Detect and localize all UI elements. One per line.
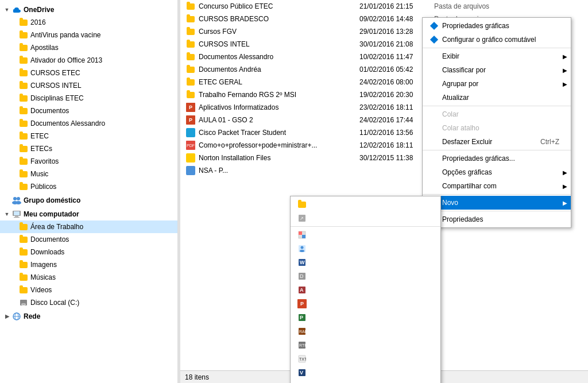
sidebar-item-videos[interactable]: Vídeos	[0, 284, 177, 296]
sidebar-item-ativador[interactable]: Ativador do Office 2013	[0, 54, 177, 67]
blank-icon-compartilhar	[430, 181, 439, 191]
menu-item-colar-atalho[interactable]: Colar atalho	[423, 121, 571, 135]
sidebar-item-publicos[interactable]: Públicos	[0, 180, 177, 193]
folder-icon-documentos	[18, 106, 29, 116]
sidebar-item-antivirus[interactable]: AntiVirus panda vacine	[0, 29, 177, 41]
folder-icon-ativador	[18, 55, 29, 65]
sidebar-section-meu-computador[interactable]: ▼ Meu computador	[0, 207, 177, 220]
file-name-3: CURSOS INTEL	[199, 40, 359, 48]
submenu-item-access[interactable]: A Microsoft Access Database	[291, 283, 440, 297]
submenu-item-pasta[interactable]: Pasta	[291, 198, 440, 211]
menu-label-agrupar: Agrupar por	[442, 80, 559, 88]
sidebar-item-doc-alessandro[interactable]: Documentos Alessandro	[0, 117, 177, 130]
submenu-item-atalho[interactable]: ↗ Atalho	[291, 211, 440, 225]
svg-point-20	[301, 246, 304, 249]
sidebar-item-documentos[interactable]: Documentos	[0, 105, 177, 117]
expand-arrow-onedrive: ▼	[2, 5, 11, 14]
submenu-item-diario[interactable]: D Documento de Diário	[291, 269, 440, 283]
submenu-label-publisher: Microsoft Publisher Document	[310, 314, 429, 322]
sidebar-section-grupo[interactable]: Grupo doméstico	[0, 193, 177, 207]
submenu-item-publisher[interactable]: P Microsoft Publisher Document	[291, 311, 440, 324]
sidebar-item-documentos-pc[interactable]: Documentos	[0, 233, 177, 246]
submenu-label-diario: Documento de Diário	[310, 272, 429, 280]
folder-icon-doc-ale	[185, 51, 196, 63]
diamond-icon-1	[430, 21, 439, 30]
sidebar-item-disco-local[interactable]: Disco Local (C:)	[0, 296, 177, 309]
menu-label-compartilhar: Compartilhar com	[442, 182, 559, 190]
menu-item-propriedades-graficas[interactable]: Propriedades gráficas	[423, 19, 571, 33]
sidebar-item-area-trabalho[interactable]: Área de Trabalho	[0, 220, 177, 233]
submenu-item-winrar[interactable]: RAR Arquivo do WinRAR	[291, 324, 440, 338]
sidebar-section-onedrive[interactable]: ▼ OneDrive	[0, 2, 177, 16]
sidebar-label-etec: ETEC	[30, 132, 49, 140]
folder-icon-favoritos	[18, 156, 29, 167]
sidebar-item-imagens[interactable]: Imagens	[0, 258, 177, 271]
submenu-item-rtf[interactable]: RTF Formato Rich Text	[291, 338, 440, 352]
svg-rect-5	[14, 211, 20, 215]
submenu-item-word[interactable]: W Documento do Microsoft Word	[291, 256, 440, 269]
submenu-item-excel[interactable]: X Planilha do Microsoft Excel	[291, 380, 440, 383]
folder-icon-trabalho	[185, 89, 196, 100]
menu-item-classificar[interactable]: Classificar por ▶	[423, 63, 571, 77]
file-name-2: Cursos FGV	[199, 28, 359, 36]
menu-item-propriedades[interactable]: Propriedades	[423, 212, 571, 226]
sidebar-item-2016[interactable]: 2016	[0, 16, 177, 29]
sidebar-item-cursos-intel[interactable]: CURSOS INTEL	[0, 79, 177, 92]
sidebar-section-rede[interactable]: ▶ Rede	[0, 309, 177, 323]
menu-label-propriedades-graficas-2: Propriedades gráficas...	[442, 154, 559, 163]
folder-icon-etec-geral	[185, 76, 196, 88]
menu-sep-4	[423, 194, 571, 195]
folder-icon-downloads	[18, 247, 29, 257]
file-name-4: Documentos Alessandro	[199, 53, 359, 61]
menu-item-novo[interactable]: Novo ▶ Pasta ↗ Ata	[423, 196, 571, 210]
sidebar-item-disciplinas[interactable]: Disciplinas ETEC	[0, 92, 177, 105]
cisco-icon-file	[185, 127, 196, 138]
submenu-item-visio[interactable]: V Microsoft Visio Drawing	[291, 366, 440, 380]
menu-item-opcoes-graficas[interactable]: Opções gráficas ▶	[423, 165, 571, 179]
shortcut-icon-atalho: ↗	[297, 214, 307, 223]
sidebar-item-downloads[interactable]: Downloads	[0, 246, 177, 258]
sidebar-item-musicas[interactable]: Músicas	[0, 271, 177, 284]
menu-item-configurar-grafico[interactable]: Configurar o gráfico comutável	[423, 33, 571, 47]
menu-item-agrupar[interactable]: Agrupar por ▶	[423, 77, 571, 91]
svg-rect-17	[299, 231, 302, 235]
file-name-1: CURSOS BRADESCO	[199, 15, 359, 23]
meu-computador-label: Meu computador	[24, 210, 79, 218]
menu-item-compartilhar[interactable]: Compartilhar com ▶	[423, 179, 571, 193]
sidebar-item-apostilas[interactable]: Apostilas	[0, 41, 177, 54]
expand-arrow-rede: ▶	[2, 312, 11, 321]
sidebar-item-music[interactable]: Music	[0, 168, 177, 180]
rar-icon: RAR	[297, 327, 307, 336]
folder-icon-doc-andrea	[185, 64, 196, 75]
file-row-0[interactable]: Concurso Público ETEC 21/01/2016 21:15 P…	[180, 0, 588, 13]
submenu-item-ppt[interactable]: P Apresentação do Microsoft PowerPoint	[291, 297, 440, 311]
file-name-7: Trabalho Fernando RGS 2º MSI	[199, 91, 359, 99]
sidebar-item-etec[interactable]: ETEC	[0, 130, 177, 142]
pdf-icon-como: PDF	[185, 140, 196, 151]
submenu-label-atalho: Atalho	[310, 214, 429, 222]
folder-icon-etec	[18, 131, 29, 141]
menu-item-propriedades-graficas-2[interactable]: Propriedades gráficas...	[423, 152, 571, 165]
sidebar-item-etecs[interactable]: ETECs	[0, 142, 177, 155]
submenu-item-bitmap[interactable]: Imagem de bitmap	[291, 228, 440, 242]
menu-item-atualizar[interactable]: Atualizar	[423, 91, 571, 105]
sidebar-item-cursos-etec[interactable]: CURSOS ETEC	[0, 67, 177, 79]
network-icon	[11, 311, 22, 322]
sidebar-label-musicas: Músicas	[30, 273, 56, 281]
menu-label-atualizar: Atualizar	[442, 94, 559, 102]
sidebar-label-apostilas: Apostilas	[30, 44, 59, 52]
sidebar-label-publicos: Públicos	[30, 183, 56, 191]
menu-item-exibir[interactable]: Exibir ▶	[423, 49, 571, 63]
menu-label-propriedades-graficas: Propriedades gráficas	[442, 22, 559, 30]
menu-item-desfazer[interactable]: Desfazer Excluir Ctrl+Z	[423, 135, 571, 149]
sidebar-item-favoritos[interactable]: Favoritos	[0, 155, 177, 168]
sidebar-label-etecs: ETECs	[30, 145, 52, 153]
folder-icon-videos	[18, 285, 29, 295]
submenu-item-txt[interactable]: TXT Documento de Texto	[291, 352, 440, 366]
sidebar-label-documentos: Documentos	[30, 107, 69, 115]
menu-item-colar[interactable]: Colar	[423, 107, 571, 121]
svg-point-10	[22, 304, 25, 305]
submenu-item-contato[interactable]: Contato	[291, 242, 440, 256]
meu-computador-items: Área de Trabalho Documentos Downloads Im…	[0, 220, 177, 309]
sidebar-label-doc-alessandro: Documentos Alessandro	[30, 119, 105, 127]
